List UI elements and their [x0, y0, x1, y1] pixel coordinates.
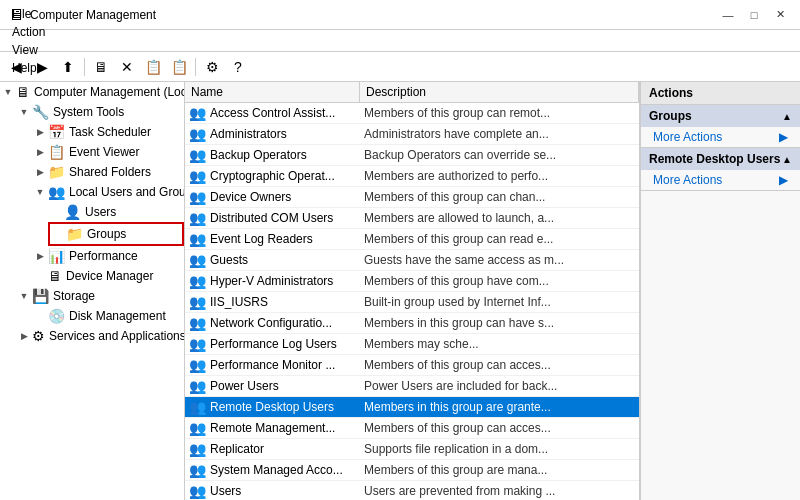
expand-shared-folders[interactable]: ▶	[32, 164, 48, 180]
row-desc: Members are allowed to launch, a...	[360, 209, 639, 227]
window-controls: — □ ✕	[716, 5, 792, 25]
row-name: 👥Remote Desktop Users	[185, 397, 360, 417]
tree-task-scheduler[interactable]: ▶ 📅 Task Scheduler	[32, 122, 184, 142]
refresh-button[interactable]: 📋	[167, 56, 191, 78]
list-row[interactable]: 👥Event Log ReadersMembers of this group …	[185, 229, 639, 250]
list-row[interactable]: 👥Performance Monitor ...Members of this …	[185, 355, 639, 376]
task-scheduler-label: Task Scheduler	[69, 125, 151, 139]
list-row[interactable]: 👥Hyper-V AdministratorsMembers of this g…	[185, 271, 639, 292]
groups-more-actions-label: More Actions	[653, 130, 722, 144]
row-group-icon: 👥	[189, 441, 206, 457]
expand-root[interactable]: ▼	[0, 84, 16, 100]
list-row[interactable]: 👥IIS_IUSRSBuilt-in group used by Interne…	[185, 292, 639, 313]
groups-more-actions[interactable]: More Actions ▶	[641, 127, 800, 147]
expand-local-users[interactable]: ▼	[32, 184, 48, 200]
back-button[interactable]: ◀	[4, 56, 28, 78]
performance-label: Performance	[69, 249, 138, 263]
list-row[interactable]: 👥Backup OperatorsBackup Operators can ov…	[185, 145, 639, 166]
row-desc: Members of this group are mana...	[360, 461, 639, 479]
row-group-icon: 👥	[189, 210, 206, 226]
expand-system-tools[interactable]: ▼	[16, 104, 32, 120]
computer-button[interactable]: 🖥	[89, 56, 113, 78]
list-row[interactable]: 👥Device OwnersMembers of this group can …	[185, 187, 639, 208]
device-manager-icon: 🖥	[48, 268, 62, 284]
row-group-icon: 👥	[189, 483, 206, 499]
row-name-text: Users	[210, 484, 241, 498]
delete-button[interactable]: ✕	[115, 56, 139, 78]
tree-system-tools[interactable]: ▼ 🔧 System Tools	[16, 102, 184, 122]
expand-performance[interactable]: ▶	[32, 248, 48, 264]
minimize-button[interactable]: —	[716, 5, 740, 25]
list-row[interactable]: 👥ReplicatorSupports file replication in …	[185, 439, 639, 460]
row-group-icon: 👥	[189, 126, 206, 142]
list-row[interactable]: 👥Cryptographic Operat...Members are auth…	[185, 166, 639, 187]
actions-groups-title[interactable]: Groups ▲	[641, 105, 800, 127]
tree-services[interactable]: ▶ ⚙ Services and Applications	[16, 326, 184, 346]
list-row[interactable]: 👥GuestsGuests have the same access as m.…	[185, 250, 639, 271]
tree-performance[interactable]: ▶ 📊 Performance	[32, 246, 184, 266]
row-group-icon: 👥	[189, 420, 206, 436]
row-name: 👥Remote Management...	[185, 418, 360, 438]
col-name-header[interactable]: Name	[185, 82, 360, 102]
close-button[interactable]: ✕	[768, 5, 792, 25]
row-name-text: IIS_IUSRS	[210, 295, 268, 309]
tree-local-users[interactable]: ▼ 👥 Local Users and Groups	[32, 182, 184, 202]
list-row[interactable]: 👥System Managed Acco...Members of this g…	[185, 460, 639, 481]
expand-task-scheduler[interactable]: ▶	[32, 124, 48, 140]
row-desc: Supports file replication in a dom...	[360, 440, 639, 458]
row-group-icon: 👥	[189, 273, 206, 289]
list-row[interactable]: 👥Performance Log UsersMembers may sche..…	[185, 334, 639, 355]
tree-storage[interactable]: ▼ 💾 Storage	[16, 286, 184, 306]
tree-root[interactable]: ▼ 🖥 Computer Management (Local	[0, 82, 184, 102]
list-header: Name Description	[185, 82, 639, 103]
tree-shared-folders[interactable]: ▶ 📁 Shared Folders	[32, 162, 184, 182]
list-row[interactable]: 👥UsersUsers are prevented from making ..…	[185, 481, 639, 500]
expand-storage[interactable]: ▼	[16, 288, 32, 304]
menu-item-action[interactable]: Action	[4, 23, 53, 41]
shared-folders-label: Shared Folders	[69, 165, 151, 179]
services-icon: ⚙	[32, 328, 45, 344]
row-name-text: Device Owners	[210, 190, 291, 204]
tree-device-manager[interactable]: ▶ 🖥 Device Manager	[32, 266, 184, 286]
forward-button[interactable]: ▶	[30, 56, 54, 78]
tree-event-viewer[interactable]: ▶ 📋 Event Viewer	[32, 142, 184, 162]
expand-services[interactable]: ▶	[16, 328, 32, 344]
actions-header: Actions	[641, 82, 800, 105]
properties-button[interactable]: 📋	[141, 56, 165, 78]
row-name: 👥Cryptographic Operat...	[185, 166, 360, 186]
list-pane: Name Description 👥Access Control Assist.…	[185, 82, 640, 500]
row-group-icon: 👥	[189, 189, 206, 205]
users-icon: 👤	[64, 204, 81, 220]
storage-children: ▶ 💿 Disk Management	[16, 306, 184, 326]
expand-event-viewer[interactable]: ▶	[32, 144, 48, 160]
row-group-icon: 👥	[189, 231, 206, 247]
tree-users[interactable]: ▶ 👤 Users	[48, 202, 184, 222]
list-row[interactable]: 👥Access Control Assist...Members of this…	[185, 103, 639, 124]
row-name-text: Hyper-V Administrators	[210, 274, 333, 288]
list-row[interactable]: 👥AdministratorsAdministrators have compl…	[185, 124, 639, 145]
tree-groups[interactable]: ▶ 📁 Groups	[48, 222, 184, 246]
actions-rdp-title[interactable]: Remote Desktop Users ▲	[641, 148, 800, 170]
settings-button[interactable]: ⚙	[200, 56, 224, 78]
groups-label: Groups	[87, 227, 126, 241]
list-row[interactable]: 👥Power UsersPower Users are included for…	[185, 376, 639, 397]
maximize-button[interactable]: □	[742, 5, 766, 25]
row-name-text: System Managed Acco...	[210, 463, 343, 477]
list-row[interactable]: 👥Remote Management...Members of this gro…	[185, 418, 639, 439]
row-name: 👥Event Log Readers	[185, 229, 360, 249]
row-group-icon: 👥	[189, 252, 206, 268]
up-button[interactable]: ⬆	[56, 56, 80, 78]
row-desc: Built-in group used by Internet Inf...	[360, 293, 639, 311]
toolbar: ◀ ▶ ⬆ 🖥 ✕ 📋 📋 ⚙ ?	[0, 52, 800, 82]
list-row[interactable]: 👥Remote Desktop UsersMembers in this gro…	[185, 397, 639, 418]
list-row[interactable]: 👥Network Configuratio...Members in this …	[185, 313, 639, 334]
tree-disk-management[interactable]: ▶ 💿 Disk Management	[32, 306, 184, 326]
col-desc-header[interactable]: Description	[360, 82, 639, 102]
help-button[interactable]: ?	[226, 56, 250, 78]
menu-item-file[interactable]: File	[4, 5, 53, 23]
list-row[interactable]: 👥Distributed COM UsersMembers are allowe…	[185, 208, 639, 229]
row-name: 👥Users	[185, 481, 360, 500]
rdp-more-actions[interactable]: More Actions ▶	[641, 170, 800, 190]
actions-groups-label: Groups	[649, 109, 692, 123]
system-tools-icon: 🔧	[32, 104, 49, 120]
